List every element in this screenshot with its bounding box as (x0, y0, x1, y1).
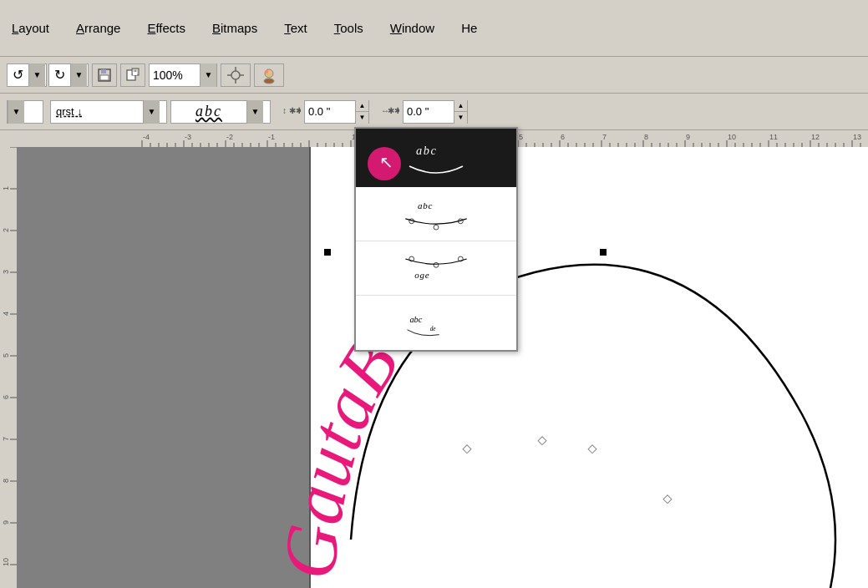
svg-text:✱✱: ✱✱ (388, 106, 399, 115)
svg-rect-2 (100, 75, 109, 80)
text-style-dropdown[interactable]: abc ▼ (170, 100, 271, 124)
undo-arrow[interactable]: ▼ (28, 63, 45, 87)
undo-dropdown[interactable]: ↺ ▼ (7, 63, 47, 87)
path-node-4 (663, 495, 672, 504)
save-button[interactable] (92, 63, 117, 87)
font-name-dropdown[interactable]: qrst ↓ ▼ (50, 100, 167, 124)
menubar: Layout Arrange Effects Bitmaps Text Tool… (0, 0, 868, 57)
x-icon: ↕ ✱✱ (281, 102, 301, 121)
svg-point-19 (434, 225, 439, 230)
svg-point-22 (434, 262, 439, 267)
zoom-input[interactable]: 100% (150, 68, 200, 82)
popup-item-text-stagger[interactable]: abc de (356, 296, 516, 350)
text-style-label: abc (171, 103, 246, 120)
menu-window[interactable]: Window (385, 18, 439, 38)
menu-help[interactable]: He (456, 18, 482, 38)
x-increment-button[interactable]: ▲ (356, 100, 368, 113)
svg-text:✱✱: ✱✱ (289, 106, 301, 115)
toolbar-text: ▼ qrst ↓ ▼ abc ▼ abc (0, 94, 868, 130)
text-style-arrow[interactable]: ▼ (246, 100, 263, 124)
font-name-arrow[interactable]: ▼ (143, 100, 160, 124)
menu-text[interactable]: Text (279, 18, 312, 38)
snap2-button[interactable] (254, 63, 284, 87)
text-on-bottom-icon: oge (394, 250, 478, 286)
text-stagger-icon: abc de (394, 304, 478, 341)
y-position-group: ↔ ✱✱ ▲ ▼ (379, 100, 468, 124)
path-node-2 (538, 437, 546, 445)
y-decrement-button[interactable]: ▼ (454, 112, 467, 124)
import-button[interactable] (120, 63, 145, 87)
svg-text:de: de (430, 326, 437, 332)
handle-tr (600, 249, 607, 256)
svg-text:↕: ↕ (282, 106, 287, 115)
popup-item-fit-to-path[interactable]: abc ↖ (356, 129, 516, 187)
svg-text:abc: abc (409, 315, 422, 324)
menu-tools[interactable]: Tools (329, 18, 368, 38)
path-node-3 (588, 445, 596, 454)
path-node-1 (463, 445, 471, 454)
menu-effects[interactable]: Effects (142, 18, 190, 38)
popup-item-text-on-top[interactable]: abc (356, 187, 516, 241)
svg-text:oge: oge (414, 269, 429, 279)
svg-text:GautaB: GautaB (284, 325, 414, 583)
y-increment-button[interactable]: ▲ (454, 100, 467, 113)
svg-point-15 (270, 71, 272, 74)
font-name-label: qrst ↓ (51, 105, 143, 118)
svg-point-7 (231, 71, 240, 79)
menu-layout[interactable]: Layout (7, 18, 54, 38)
text-style-small[interactable]: ▼ (7, 100, 43, 124)
svg-text:abc: abc (416, 143, 438, 156)
x-value-input[interactable] (305, 105, 355, 118)
x-spinner[interactable]: ▲ ▼ (304, 100, 369, 124)
text-style-small-arrow[interactable]: ▼ (8, 100, 24, 124)
x-position-group: ↕ ✱✱ ▲ ▼ (281, 100, 369, 124)
menu-bitmaps[interactable]: Bitmaps (207, 18, 262, 38)
fit-to-path-icon: abc (394, 139, 478, 176)
y-icon: ↔ ✱✱ (379, 102, 399, 121)
x-decrement-button[interactable]: ▼ (356, 112, 368, 124)
text-on-top-icon: abc (394, 195, 478, 232)
text-style-popup: abc ↖ abc (354, 127, 518, 352)
snap-button[interactable] (221, 63, 251, 87)
y-spinner[interactable]: ▲ ▼ (403, 100, 468, 124)
ruler-vertical (0, 147, 17, 588)
undo-redo-group: ↺ ▼ ↻ ▼ (7, 63, 89, 87)
popup-item-text-on-bottom[interactable]: oge (356, 241, 516, 296)
svg-point-13 (264, 79, 274, 84)
zoom-selector[interactable]: 100% ▼ (149, 63, 217, 87)
zoom-dropdown-arrow[interactable]: ▼ (200, 63, 216, 87)
y-value-input[interactable] (404, 105, 454, 118)
svg-text:abc: abc (418, 200, 433, 210)
svg-marker-5 (133, 72, 137, 75)
svg-rect-1 (101, 69, 106, 74)
x-spinner-buttons: ▲ ▼ (355, 100, 368, 124)
menu-arrange[interactable]: Arrange (71, 18, 125, 38)
svg-point-14 (265, 70, 268, 74)
y-spinner-buttons: ▲ ▼ (454, 100, 467, 124)
text-style-group: abc ▼ abc ↖ (170, 100, 271, 124)
redo-arrow[interactable]: ▼ (70, 63, 87, 87)
toolbar-main: ↺ ▼ ↻ ▼ 100% ▼ (0, 57, 868, 94)
handle-tl (324, 249, 331, 256)
redo-dropdown[interactable]: ↻ ▼ (48, 63, 89, 87)
